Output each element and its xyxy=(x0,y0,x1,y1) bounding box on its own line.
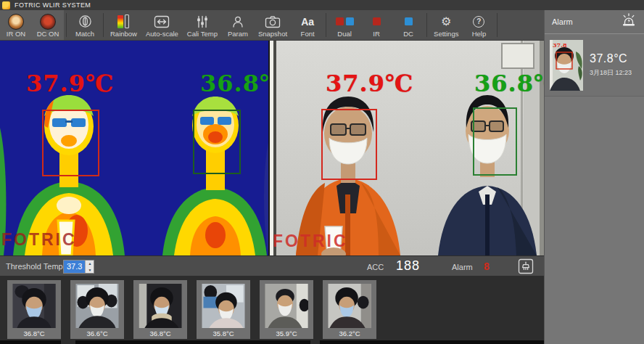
spinner-down-button[interactable]: ▼ xyxy=(86,267,94,274)
dc-person1-temp-label: 37.9℃ xyxy=(326,71,413,96)
capture-photo xyxy=(202,284,245,328)
thumbnail-temp: 36.2°C xyxy=(339,329,360,337)
dual-squares-icon xyxy=(336,14,354,29)
toolbar-button-label: Dual xyxy=(337,30,352,38)
capture-thumbnail[interactable]: 35.8°C xyxy=(197,280,250,339)
clear-brush-icon xyxy=(518,258,534,274)
sliders-icon xyxy=(196,14,209,29)
gear-icon: ⚙ xyxy=(441,14,451,29)
toolbar-button-label: Cali Temp xyxy=(187,30,218,38)
ir-video-feed: 37.9℃ 36.8℃ FOTRIC xyxy=(0,41,268,255)
camera-icon xyxy=(265,14,281,29)
alarm-entry-temp: 37.8°C xyxy=(590,52,632,65)
capture-photo xyxy=(139,284,182,328)
ir-person2-face-box xyxy=(193,110,241,174)
toolbar-button-label: Font xyxy=(301,30,315,38)
toolbar-button-auto-scale[interactable]: Auto-scale xyxy=(141,10,183,40)
next-row-thumbnails-cutoff xyxy=(0,340,544,344)
toolbar-button-label: Settings xyxy=(434,30,458,38)
toolbar-divider xyxy=(326,13,326,37)
thumbnail-temp: 36.8°C xyxy=(23,329,44,337)
capture-photo xyxy=(265,284,308,328)
window-title: FOTRIC WLIR SYSTEM xyxy=(15,1,91,9)
toolbar-button-param[interactable]: Param xyxy=(222,10,254,40)
dc-person2-face-box xyxy=(473,107,517,176)
toolbar: IR ON DC ON Match Rainbow Auto-scale xyxy=(0,10,544,41)
toolbar-button-label: DC xyxy=(403,30,413,38)
spinner-up-button[interactable]: ▲ xyxy=(86,261,94,267)
spinner-arrows: ▲ ▼ xyxy=(85,261,94,273)
toolbar-button-label: Auto-scale xyxy=(146,30,178,38)
ir-person1-face-box xyxy=(42,110,99,176)
threshold-temp-value[interactable]: 37.3 xyxy=(64,261,85,273)
toolbar-button-snapshot[interactable]: Snapshot xyxy=(254,10,292,40)
rainbow-palette-icon xyxy=(117,14,129,29)
alarm-entry-info: 37.8°C 3月18日 12:23 xyxy=(590,52,632,78)
toolbar-divider xyxy=(103,13,104,37)
alarm-photo-temp-overlay: 37.8 xyxy=(553,41,567,49)
ir-camera-photo-icon xyxy=(8,14,24,29)
capture-thumbnail[interactable]: 36.6°C xyxy=(70,280,124,339)
toolbar-button-dc[interactable]: DC xyxy=(392,10,424,40)
alarm-panel: Alarm xyxy=(544,10,644,344)
toolbar-button-label: Snapshot xyxy=(258,30,287,38)
clear-records-button[interactable] xyxy=(518,258,534,274)
toolbar-divider xyxy=(497,13,498,37)
toolbar-button-font[interactable]: Aa Font xyxy=(292,10,323,40)
alarm-label: Alarm xyxy=(452,263,473,271)
toolbar-button-label: IR ON xyxy=(7,30,25,38)
fotric-watermark: FOTRIC xyxy=(273,232,348,250)
alarm-count: 8 xyxy=(484,261,490,272)
dc-person2-temp-label: 36.8℃ xyxy=(474,71,544,96)
toolbar-button-settings[interactable]: ⚙ Settings xyxy=(429,10,463,40)
alarm-panel-title: Alarm xyxy=(552,17,573,26)
alarm-entry[interactable]: 37.8 37.8°C 3月18日 12:23 xyxy=(545,34,644,97)
capture-history-strip: 36.8°C 36.6°C 36.8°C xyxy=(0,276,544,344)
match-icon xyxy=(78,14,92,29)
toolbar-button-ir[interactable]: IR xyxy=(360,10,392,40)
capture-photo xyxy=(12,284,56,328)
question-mark-icon: ? xyxy=(473,14,484,29)
toolbar-button-label: Rainbow xyxy=(110,30,137,38)
toolbar-button-dual[interactable]: Dual xyxy=(329,10,360,40)
ir-person2-temp-label: 36.8℃ xyxy=(200,71,268,96)
alarm-siren-icon[interactable] xyxy=(621,13,637,30)
toolbar-button-rainbow[interactable]: Rainbow xyxy=(106,10,141,40)
title-bar: FOTRIC WLIR SYSTEM xyxy=(0,0,644,10)
fotric-watermark: FOTRIC xyxy=(1,231,77,248)
thumbnail-temp: 36.8°C xyxy=(149,329,170,337)
dc-camera-photo-icon xyxy=(40,14,56,29)
app-logo-icon xyxy=(2,1,10,9)
toolbar-button-help[interactable]: ? Help xyxy=(463,10,495,40)
threshold-temp-label: Threshold Temp xyxy=(6,262,63,271)
capture-thumbnail[interactable]: 36.8°C xyxy=(133,280,187,339)
toolbar-button-label: Param xyxy=(228,30,248,38)
capture-thumbnail[interactable]: 35.9°C xyxy=(260,280,313,339)
toolbar-button-ir-on[interactable]: IR ON xyxy=(0,10,32,40)
ir-person1-temp-label: 37.9℃ xyxy=(26,71,114,96)
thumbnail-temp: 35.9°C xyxy=(276,329,297,337)
capture-photo xyxy=(75,284,119,328)
auto-scale-icon xyxy=(154,14,170,29)
alarm-entry-photo: 37.8 xyxy=(550,40,583,91)
toolbar-button-cali-temp[interactable]: Cali Temp xyxy=(183,10,222,40)
capture-thumbnail[interactable]: 36.8°C xyxy=(7,280,61,339)
capture-thumbnail[interactable]: 36.2°C xyxy=(323,280,376,339)
dual-video-viewer: 37.9℃ 36.8℃ FOTRIC xyxy=(0,41,544,255)
toolbar-divider xyxy=(426,13,427,37)
alarm-entry-time: 3月18日 12:23 xyxy=(590,68,632,78)
thumbnail-temp: 35.8°C xyxy=(212,329,234,337)
acc-count: 188 xyxy=(396,258,420,274)
font-aa-icon: Aa xyxy=(301,14,314,29)
threshold-temp-spinner[interactable]: 37.3 ▲ ▼ xyxy=(63,260,94,274)
blue-square-icon xyxy=(405,14,413,29)
toolbar-button-label: IR xyxy=(373,30,380,38)
thumbnail-temp: 36.6°C xyxy=(86,329,107,337)
person-icon xyxy=(231,14,244,29)
toolbar-button-label: Help xyxy=(472,30,487,38)
toolbar-button-label: DC ON xyxy=(37,30,59,38)
alarm-panel-header: Alarm xyxy=(545,10,644,34)
toolbar-button-dc-on[interactable]: DC ON xyxy=(32,10,64,40)
toolbar-button-match[interactable]: Match xyxy=(69,10,101,40)
acc-label: ACC xyxy=(367,263,384,271)
